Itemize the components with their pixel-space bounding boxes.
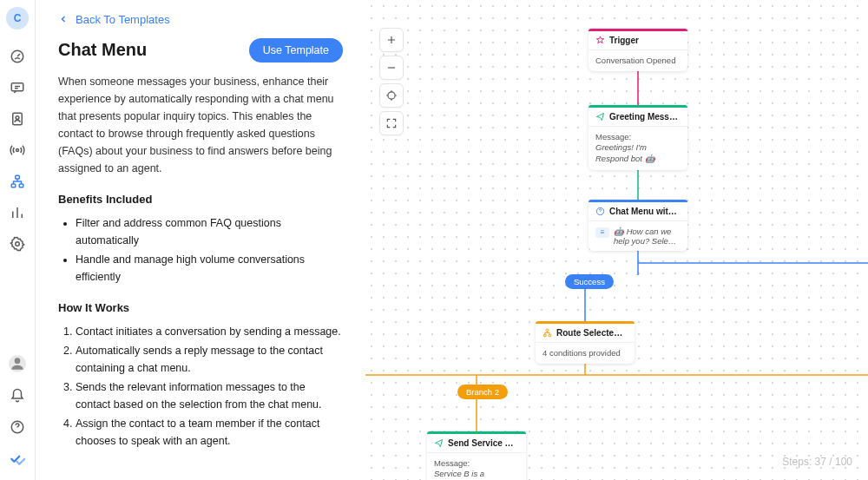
svg-point-3	[16, 116, 19, 120]
svg-point-8	[16, 242, 20, 247]
how-step: Automatically sends a reply message to t…	[76, 342, 343, 377]
recenter-button[interactable]	[379, 83, 404, 108]
user-avatar[interactable]	[9, 355, 26, 372]
node-body: Message: Service B is a personalized	[427, 453, 526, 481]
benefit-item: Handle and manage high volume conversati…	[76, 251, 343, 286]
contacts-icon[interactable]	[10, 111, 25, 127]
back-link-label: Back To Templates	[76, 13, 170, 26]
settings-icon[interactable]	[10, 236, 25, 252]
steps-counter: Steps: 37 / 100	[782, 456, 852, 468]
node-body: Conversation Opened	[589, 50, 687, 72]
back-to-templates-link[interactable]: Back To Templates	[58, 13, 170, 26]
node-body: 4 conditions provided	[536, 343, 635, 365]
reports-icon[interactable]	[10, 205, 25, 220]
broadcast-icon[interactable]	[10, 142, 25, 158]
branch-icon	[542, 328, 552, 338]
benefit-item: Filter and address common FAQ questions …	[76, 214, 343, 249]
trigger-icon	[595, 36, 605, 45]
node-title: Send Service B Inform…	[448, 438, 519, 448]
svg-rect-5	[16, 175, 20, 179]
svg-rect-6	[11, 184, 16, 187]
svg-rect-20	[546, 329, 549, 331]
how-it-works-list: Contact initiates a conversation by send…	[58, 323, 343, 450]
pill-success: Success	[565, 274, 614, 289]
send-message-icon	[595, 112, 605, 122]
svg-rect-21	[543, 334, 546, 336]
svg-rect-7	[19, 184, 23, 187]
messages-icon[interactable]	[10, 80, 25, 95]
node-body: Message: Greetings! I'm Respond bot 🤖	[589, 127, 687, 170]
dashboard-icon[interactable]	[10, 49, 25, 64]
workspace-avatar[interactable]: C	[6, 7, 29, 30]
page-title: Chat Menu	[58, 40, 147, 60]
node-trigger[interactable]: Trigger Conversation Opened	[589, 29, 687, 71]
template-description: When someone messages your business, enh…	[58, 73, 343, 177]
how-it-works-heading: How It Works	[58, 301, 343, 314]
zoom-out-button[interactable]	[379, 56, 404, 80]
benefits-heading: Benefits Included	[58, 193, 343, 206]
node-title: Route Selected Chat …	[556, 328, 628, 338]
node-greeting-message[interactable]: Greeting Message Message: Greetings! I'm…	[589, 105, 687, 170]
list-icon: ≡	[595, 227, 609, 238]
svg-point-4	[16, 149, 19, 152]
template-details-panel: Back To Templates Chat Menu Use Template…	[36, 0, 365, 480]
node-title: Chat Menu with All Op…	[609, 207, 681, 216]
app-sidebar: C	[0, 0, 36, 480]
use-template-button[interactable]: Use Template	[249, 38, 343, 62]
help-icon[interactable]	[10, 419, 25, 435]
node-route-selected[interactable]: Route Selected Chat … 4 conditions provi…	[536, 321, 635, 364]
benefits-list: Filter and address common FAQ questions …	[58, 214, 343, 286]
zoom-in-button[interactable]	[379, 28, 404, 52]
node-chat-menu[interactable]: Chat Menu with All Op… ≡ 🤖 How can we he…	[589, 200, 687, 251]
pill-branch-2: Branch 2	[457, 385, 508, 399]
svg-point-18	[388, 92, 395, 99]
canvas-zoom-controls	[379, 28, 404, 135]
node-body: ≡ 🤖 How can we help you? Select one opti…	[589, 221, 687, 251]
node-title: Greeting Message	[609, 112, 681, 122]
how-step: Sends the relevant information messages …	[76, 378, 343, 413]
node-send-service-b[interactable]: Send Service B Inform… Message: Service …	[427, 431, 526, 480]
send-message-icon	[434, 438, 444, 448]
brand-logo-icon	[10, 450, 25, 466]
how-step: Assign the contact to a team member if t…	[76, 415, 343, 450]
workflow-canvas[interactable]: Trigger Conversation Opened Greeting Mes…	[365, 0, 868, 480]
question-icon	[595, 207, 605, 216]
notifications-icon[interactable]	[10, 388, 25, 404]
how-step: Contact initiates a conversation by send…	[76, 323, 343, 340]
node-title: Trigger	[609, 36, 639, 45]
workflows-icon[interactable]	[10, 174, 25, 189]
fullscreen-button[interactable]	[379, 111, 404, 135]
svg-rect-22	[549, 334, 551, 336]
